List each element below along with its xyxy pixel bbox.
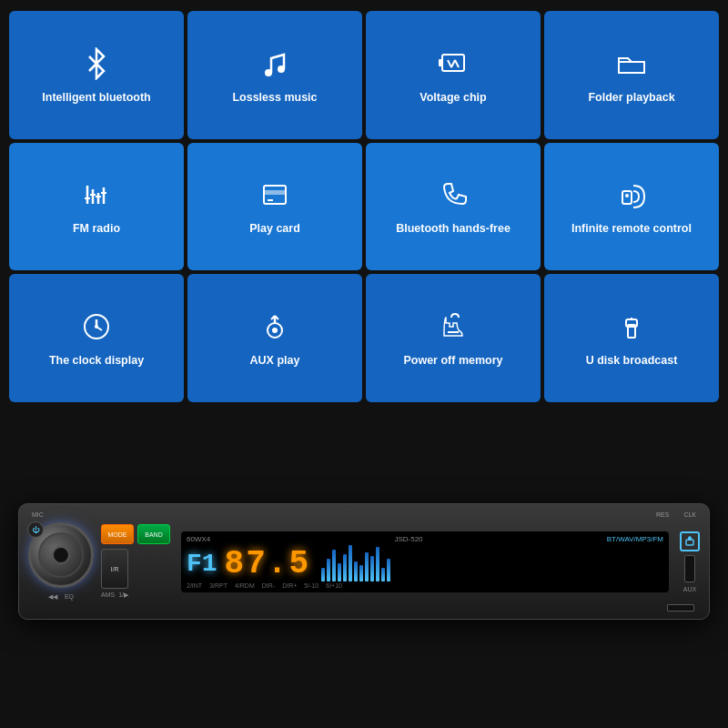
svg-point-23 (95, 325, 98, 329)
radio-right: AUX (680, 531, 700, 592)
display-main: F1 87.5 (187, 545, 663, 582)
knob-center (52, 546, 70, 564)
svg-rect-16 (264, 190, 286, 195)
clock-icon (80, 310, 113, 348)
music-label: Lossless music (232, 90, 317, 105)
aux-port-label: AUX (683, 586, 696, 592)
feature-aux[interactable]: AUX play (187, 274, 362, 402)
phone-icon (437, 178, 470, 216)
feature-clock[interactable]: The clock display (9, 274, 184, 402)
spectrum-bar (387, 559, 390, 581)
folder-icon (615, 47, 648, 85)
handsfree-label: Bluetooth hands-free (396, 221, 511, 236)
memory-icon (437, 310, 470, 348)
mic-label: MIC (32, 511, 44, 518)
feature-udisk[interactable]: U disk broadcast (544, 274, 719, 402)
spectrum-bar (343, 554, 347, 581)
freq-display: 87.5 (225, 545, 310, 582)
spectrum-bar (354, 561, 358, 581)
bluetooth-icon (80, 47, 113, 85)
music-icon (258, 47, 291, 85)
btn-3rpt: 3/RPT (209, 582, 228, 589)
card-label: Play card (249, 221, 300, 236)
band-label: BAND (145, 531, 162, 538)
spectrum-bar (376, 547, 379, 581)
spectrum-bar (321, 568, 325, 581)
feature-bluetooth[interactable]: Intelligent bluetooth (9, 11, 184, 139)
display-bottom: 2/INT 3/RPT 4/RDM DIR- DIR+ 5/-10 6/+10 (187, 582, 663, 589)
knob-inner (38, 532, 84, 578)
power-button[interactable]: ⏻ (27, 521, 44, 538)
udisk-label: U disk broadcast (586, 353, 678, 368)
feature-music[interactable]: Lossless music (187, 11, 362, 139)
folder-label: Folder playback (588, 90, 674, 105)
power-label: 60WX4 (187, 535, 210, 543)
svg-point-28 (272, 328, 278, 333)
svg-rect-34 (688, 537, 692, 541)
prev-label: ◀◀ (48, 593, 57, 601)
ams-label: AMS (101, 592, 115, 599)
btn-dir-plus: DIR+ (282, 582, 297, 589)
remote-icon (615, 178, 648, 216)
svg-point-1 (278, 66, 285, 73)
svg-line-5 (451, 60, 455, 67)
radio-display: 60WX4 JSD-520 BT/WAV/MP3/FM F1 87.5 2/IN… (181, 531, 669, 592)
volume-knob[interactable]: ⏻ (28, 522, 94, 588)
fi-display: F1 (187, 550, 217, 578)
ir-button[interactable]: I/R (101, 549, 128, 589)
mode-label: MODE (108, 531, 127, 538)
svg-line-6 (455, 60, 459, 67)
clk-label: CLK (683, 511, 696, 518)
card-slot (667, 604, 694, 612)
usb-icon (615, 310, 648, 348)
btn-610: 6/+10 (326, 582, 342, 589)
spectrum-bar (349, 545, 352, 581)
radio-left: ⏻ ◀◀ EQ (28, 522, 94, 601)
res-label: RES (656, 511, 669, 518)
feature-card[interactable]: Play card (187, 143, 362, 271)
svg-point-19 (625, 194, 629, 197)
usb-port (680, 531, 700, 551)
spectrum-bar (327, 559, 330, 581)
feature-grid: Intelligent bluetooth Lossless music (9, 11, 719, 402)
fm-icon (80, 178, 113, 216)
voltage-icon (437, 47, 470, 85)
aux-icon (258, 310, 291, 348)
remote-label: Infinite remote control (571, 221, 692, 236)
feature-remote[interactable]: Infinite remote control (544, 143, 719, 271)
btn-2int: 2/INT (187, 582, 202, 589)
radio-frame: MIC RES CLK ⏻ ◀◀ E (18, 503, 710, 620)
spectrum-bar (359, 565, 363, 581)
model-label: JSD-520 (394, 535, 422, 543)
spectrum-bar (370, 556, 374, 581)
step-label: 1/▶ (118, 592, 128, 599)
spectrum-bars (321, 545, 390, 581)
radio-container: MIC RES CLK ⏻ ◀◀ E (9, 411, 719, 712)
feature-voltage[interactable]: Voltage chip (366, 11, 541, 139)
display-top: 60WX4 JSD-520 BT/WAV/MP3/FM (187, 535, 663, 543)
svg-rect-3 (439, 59, 442, 66)
card-icon (258, 178, 291, 216)
btn-dir-minus: DIR- (262, 582, 275, 589)
clock-label: The clock display (49, 353, 144, 368)
eq-label[interactable]: EQ (65, 593, 74, 601)
radio-inner: ⏻ ◀◀ EQ MODE (28, 521, 700, 602)
feature-fm[interactable]: FM radio (9, 143, 184, 271)
feature-memory[interactable]: Power off memory (366, 274, 541, 402)
mode-badge: BT/WAV/MP3/FM (607, 535, 663, 543)
svg-point-0 (265, 69, 272, 76)
spectrum-bar (338, 563, 341, 581)
ir-label: I/R (111, 566, 119, 572)
voltage-label: Voltage chip (420, 90, 486, 105)
spectrum-bar (365, 552, 369, 581)
band-button[interactable]: BAND (137, 524, 170, 544)
feature-handsfree[interactable]: Bluetooth hands-free (366, 143, 541, 271)
feature-folder[interactable]: Folder playback (544, 11, 719, 139)
bluetooth-label: Intelligent bluetooth (42, 90, 150, 105)
mode-button[interactable]: MODE (101, 524, 134, 544)
btn-4rdm: 4/RDM (235, 582, 255, 589)
svg-line-4 (448, 60, 451, 67)
btn-510: 5/-10 (304, 582, 318, 589)
spectrum-bar (332, 550, 336, 581)
page-wrapper: Intelligent bluetooth Lossless music (0, 0, 728, 728)
